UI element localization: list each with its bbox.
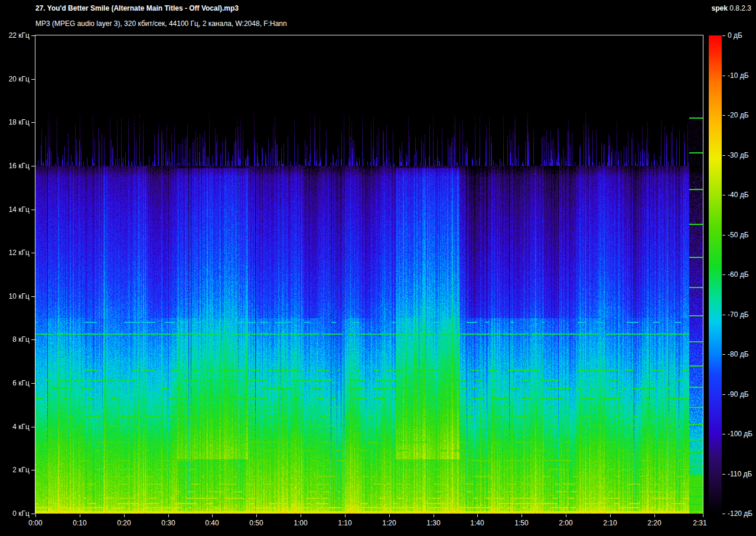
freq-tick-mark	[31, 427, 35, 427]
time-tick-mark	[477, 514, 478, 517]
plot-border-top	[35, 35, 703, 35]
time-tick-label: 0:00	[22, 519, 48, 527]
time-tick-label: 0:30	[155, 519, 181, 527]
db-tick-label: -80 дБ	[728, 350, 749, 358]
plot-border-right	[703, 35, 703, 514]
freq-tick-label: 2 кГц	[0, 466, 30, 474]
time-tick-label: 1:00	[288, 519, 314, 527]
time-tick-mark	[434, 514, 434, 517]
time-tick-mark	[654, 514, 655, 517]
time-tick-label: 1:50	[509, 519, 535, 527]
db-tick-label: -70 дБ	[728, 311, 749, 319]
freq-tick-label: 0 кГц	[0, 509, 30, 518]
freq-tick-mark	[31, 339, 35, 340]
freq-tick-mark	[31, 253, 35, 253]
time-tick-mark	[522, 514, 522, 517]
db-tick-mark	[722, 195, 725, 195]
freq-tick-label: 20 кГц	[0, 75, 30, 83]
app-name: spek	[712, 4, 728, 12]
time-tick-label: 1:30	[421, 519, 447, 527]
freq-tick-mark	[31, 122, 35, 123]
freq-tick-mark	[31, 470, 35, 470]
time-tick-mark	[212, 514, 213, 517]
db-tick-mark	[722, 115, 725, 116]
colorbar-gradient	[709, 35, 722, 514]
db-tick-mark	[722, 434, 725, 434]
time-tick-mark	[168, 514, 169, 517]
freq-tick-mark	[31, 210, 35, 210]
time-tick-label: 1:20	[376, 519, 402, 527]
db-tick-mark	[722, 315, 725, 315]
db-tick-mark	[722, 155, 725, 156]
freq-tick-mark	[31, 166, 35, 166]
time-tick-mark	[345, 514, 346, 517]
app-window: 27. You'd Better Smile (Alternate Main T…	[0, 0, 756, 536]
time-tick-mark	[610, 514, 611, 517]
app-version: 0.8.2.3	[729, 4, 751, 12]
time-tick-label: 2:00	[553, 519, 579, 527]
db-tick-mark	[722, 354, 725, 355]
time-tick-mark	[256, 514, 257, 517]
db-tick-label: -120 дБ	[728, 509, 752, 518]
db-tick-label: -40 дБ	[728, 191, 749, 199]
time-tick-mark	[301, 514, 301, 517]
db-tick-label: -30 дБ	[728, 151, 749, 159]
freq-tick-label: 4 кГц	[0, 423, 30, 431]
time-tick-label: 1:40	[464, 519, 490, 527]
time-tick-label: 0:40	[199, 519, 225, 527]
db-tick-label: -20 дБ	[728, 111, 749, 119]
time-tick-mark	[35, 514, 36, 517]
db-tick-mark	[722, 394, 725, 395]
freq-tick-label: 6 кГц	[0, 379, 30, 387]
freq-tick-label: 8 кГц	[0, 335, 30, 344]
time-tick-mark	[80, 514, 80, 517]
time-tick-label: 0:10	[67, 519, 93, 527]
freq-tick-mark	[31, 35, 35, 36]
db-tick-mark	[722, 76, 725, 76]
time-tick-mark	[389, 514, 390, 517]
freq-tick-mark	[31, 79, 35, 80]
db-tick-label: -60 дБ	[728, 270, 749, 279]
db-tick-mark	[722, 274, 725, 275]
db-tick-label: -10 дБ	[728, 71, 749, 80]
freq-tick-label: 16 кГц	[0, 162, 30, 170]
time-tick-label: 0:20	[111, 519, 137, 527]
db-tick-mark	[722, 235, 725, 236]
app-brand: spek 0.8.2.3	[712, 4, 751, 12]
time-tick-mark	[703, 514, 703, 517]
db-tick-mark	[722, 35, 725, 36]
db-tick-label: -90 дБ	[728, 390, 749, 398]
time-tick-label: 2:10	[597, 519, 623, 527]
freq-tick-label: 10 кГц	[0, 292, 30, 300]
time-tick-label: 2:31	[687, 519, 713, 527]
time-tick-label: 2:20	[641, 519, 667, 527]
time-tick-mark	[124, 514, 125, 517]
freq-tick-label: 12 кГц	[0, 249, 30, 257]
format-info: MP3 (MPEG audio layer 3), 320 кбит/сек, …	[35, 19, 287, 28]
time-tick-label: 1:10	[332, 519, 358, 527]
freq-tick-label: 14 кГц	[0, 205, 30, 214]
spectrogram-canvas	[35, 35, 703, 514]
freq-tick-mark	[31, 514, 35, 514]
db-tick-mark	[722, 514, 725, 514]
time-tick-mark	[566, 514, 566, 517]
freq-tick-label: 22 кГц	[0, 31, 30, 40]
db-tick-mark	[722, 474, 725, 475]
freq-tick-mark	[31, 296, 35, 297]
db-tick-label: -50 дБ	[728, 231, 749, 239]
plot-border-left	[35, 35, 35, 514]
track-title: 27. You'd Better Smile (Alternate Main T…	[35, 4, 239, 12]
time-tick-label: 0:50	[243, 519, 269, 527]
freq-tick-label: 18 кГц	[0, 118, 30, 126]
freq-tick-mark	[31, 383, 35, 384]
db-tick-label: 0 дБ	[728, 31, 742, 40]
db-tick-label: -100 дБ	[728, 430, 752, 438]
db-tick-label: -110 дБ	[728, 470, 752, 478]
